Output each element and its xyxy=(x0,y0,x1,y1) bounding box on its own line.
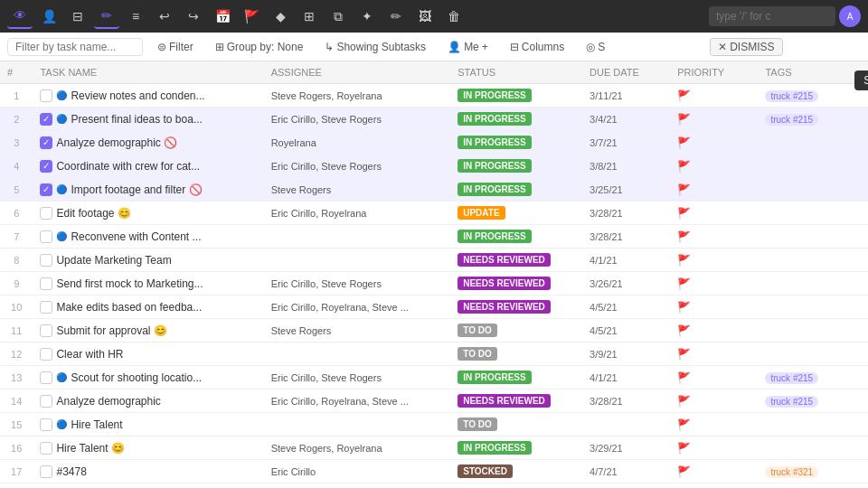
status-badge[interactable]: IN PROGRESS xyxy=(458,159,531,173)
toolbar-search[interactable] xyxy=(709,6,835,26)
task-cell[interactable]: Analyze demographic xyxy=(33,389,263,413)
toolbar-icon-trash[interactable]: 🗑 xyxy=(441,4,467,29)
toolbar-icon-eye[interactable]: 👁 xyxy=(7,4,33,29)
task-cell[interactable]: #3478 xyxy=(33,460,263,483)
toolbar-icon-redo[interactable]: ↪ xyxy=(181,4,206,29)
status-badge[interactable]: NEEDS REVIEWED xyxy=(458,394,551,408)
task-cell[interactable]: 🔵 Reconvene with Content ... xyxy=(33,225,263,249)
priority-flag[interactable]: 🚩 xyxy=(677,254,691,267)
row-checkbox[interactable] xyxy=(40,418,52,431)
showing-subtasks-button[interactable]: ↳ Showing Subtasks xyxy=(317,39,433,55)
priority-flag[interactable]: 🚩 xyxy=(677,113,691,126)
toolbar-icon-board[interactable]: ⊟ xyxy=(65,4,90,29)
filter-input[interactable] xyxy=(7,38,143,56)
priority-flag[interactable]: 🚩 xyxy=(677,277,691,290)
row-checkbox[interactable]: ✓ xyxy=(40,160,52,173)
priority-flag[interactable]: 🚩 xyxy=(677,160,691,173)
status-badge[interactable]: IN PROGRESS xyxy=(458,112,531,126)
task-cell[interactable]: ✓ 🔵 Present final ideas to boa... xyxy=(33,108,263,131)
row-checkbox[interactable] xyxy=(40,254,52,267)
task-cell[interactable]: Update Marketing Team xyxy=(33,249,263,272)
status-badge[interactable]: IN PROGRESS xyxy=(458,136,531,149)
toolbar-icon-flag[interactable]: 🚩 xyxy=(239,4,264,29)
toolbar-icon-pencil[interactable]: ✏ xyxy=(383,4,409,29)
row-checkbox[interactable] xyxy=(40,89,52,102)
group-by-button[interactable]: ⊞ Group by: None xyxy=(208,39,311,55)
priority-flag[interactable]: 🚩 xyxy=(677,418,691,431)
task-cell[interactable]: Send first mock to Marketing... xyxy=(33,272,263,296)
task-cell[interactable]: #4097 xyxy=(33,483,263,489)
row-checkbox[interactable] xyxy=(40,442,52,455)
task-cell[interactable]: 🔵 Review notes and conden... xyxy=(33,84,263,108)
status-badge[interactable]: NEEDS REVIEWED xyxy=(458,277,551,290)
row-checkbox[interactable] xyxy=(40,277,52,290)
priority-flag[interactable]: 🚩 xyxy=(677,89,691,102)
status-badge[interactable]: IN PROGRESS xyxy=(458,441,531,455)
toolbar-icon-grid[interactable]: ⊞ xyxy=(297,4,322,29)
col-header-priority[interactable]: PRIORITY xyxy=(670,61,758,84)
filter-button[interactable]: ⊜ Filter xyxy=(150,39,201,55)
status-badge[interactable]: NEEDS REVIEWED xyxy=(458,300,551,314)
row-checkbox[interactable] xyxy=(40,395,52,408)
columns-button[interactable]: ⊟ Columns xyxy=(503,39,571,55)
task-cell[interactable]: 🔵 Scout for shooting locatio... xyxy=(33,366,263,389)
priority-flag[interactable]: 🚩 xyxy=(677,395,691,408)
task-cell[interactable]: Submit for approval 😊 xyxy=(33,319,263,343)
status-badge[interactable]: UPDATE xyxy=(458,206,505,220)
toolbar-icon-calendar[interactable]: 📅 xyxy=(210,4,235,29)
priority-flag[interactable]: 🚩 xyxy=(677,324,691,337)
col-header-status[interactable]: STATUS xyxy=(450,61,582,84)
toolbar-icon-diamond[interactable]: ◆ xyxy=(268,4,293,29)
toolbar-icon-asterisk[interactable]: ✦ xyxy=(354,4,380,29)
col-header-assignee[interactable]: ASSIGNEE xyxy=(264,61,451,84)
priority-flag[interactable]: 🚩 xyxy=(677,207,691,220)
status-badge[interactable]: STOCKED xyxy=(458,465,513,478)
status-badge[interactable]: NEEDS REVIEWED xyxy=(458,253,551,267)
row-checkbox[interactable] xyxy=(40,371,52,384)
task-cell[interactable]: ✓ Analyze demographic 🚫 xyxy=(33,131,263,155)
col-header-task[interactable]: TASK NAME xyxy=(33,61,263,84)
task-cell[interactable]: Make edits based on feedba... xyxy=(33,296,263,319)
row-checkbox[interactable] xyxy=(40,207,52,220)
row-checkbox[interactable] xyxy=(40,465,52,478)
priority-flag[interactable]: 🚩 xyxy=(677,136,691,149)
row-checkbox[interactable] xyxy=(40,324,52,337)
row-checkbox[interactable] xyxy=(40,301,52,314)
priority-flag[interactable]: 🚩 xyxy=(677,230,691,243)
dismiss-button[interactable]: ✕ DISMISS xyxy=(710,38,782,56)
row-checkbox[interactable] xyxy=(40,230,52,243)
toolbar-icon-undo[interactable]: ↩ xyxy=(152,4,177,29)
s-button[interactable]: ◎ S xyxy=(579,39,612,55)
col-header-due[interactable]: DUE DATE xyxy=(582,61,670,84)
priority-flag[interactable]: 🚩 xyxy=(677,371,691,384)
task-cell[interactable]: Clear with HR xyxy=(33,343,263,366)
task-cell[interactable]: ✓ 🔵 Import footage and filter 🚫 xyxy=(33,178,263,202)
row-checkbox[interactable]: ✓ xyxy=(40,183,52,196)
status-badge[interactable]: IN PROGRESS xyxy=(458,230,531,243)
priority-flag[interactable]: 🚩 xyxy=(677,183,691,196)
priority-flag[interactable]: 🚩 xyxy=(677,465,691,478)
priority-flag[interactable]: 🚩 xyxy=(677,442,691,455)
toolbar-icon-list[interactable]: ≡ xyxy=(123,4,148,29)
row-checkbox[interactable] xyxy=(40,348,52,361)
task-cell[interactable]: 🔵 Hire Talent xyxy=(33,413,263,436)
task-cell[interactable]: Edit footage 😊 xyxy=(33,202,263,225)
status-badge[interactable]: TO DO xyxy=(458,347,496,361)
toolbar-icon-edit[interactable]: ✏ xyxy=(94,4,119,29)
status-badge[interactable]: IN PROGRESS xyxy=(458,183,531,196)
status-badge[interactable]: TO DO xyxy=(458,324,496,337)
priority-flag[interactable]: 🚩 xyxy=(677,348,691,361)
status-badge[interactable]: IN PROGRESS xyxy=(458,89,531,102)
status-badge[interactable]: TO DO xyxy=(458,418,496,431)
toolbar-icon-user[interactable]: 👤 xyxy=(36,4,61,29)
toolbar-icon-image[interactable]: 🖼 xyxy=(412,4,438,29)
me-button[interactable]: 👤 Me + xyxy=(440,39,495,55)
task-cell[interactable]: Hire Talent 😊 xyxy=(33,436,263,460)
col-header-tags[interactable]: TAGS xyxy=(758,61,868,84)
toolbar-icon-copy[interactable]: ⧉ xyxy=(326,4,351,29)
row-checkbox[interactable]: ✓ xyxy=(40,113,52,126)
row-checkbox[interactable]: ✓ xyxy=(40,136,52,149)
status-badge[interactable]: IN PROGRESS xyxy=(458,371,531,384)
priority-flag[interactable]: 🚩 xyxy=(677,301,691,314)
task-cell[interactable]: ✓ Coordinate with crew for cat... xyxy=(33,155,263,178)
